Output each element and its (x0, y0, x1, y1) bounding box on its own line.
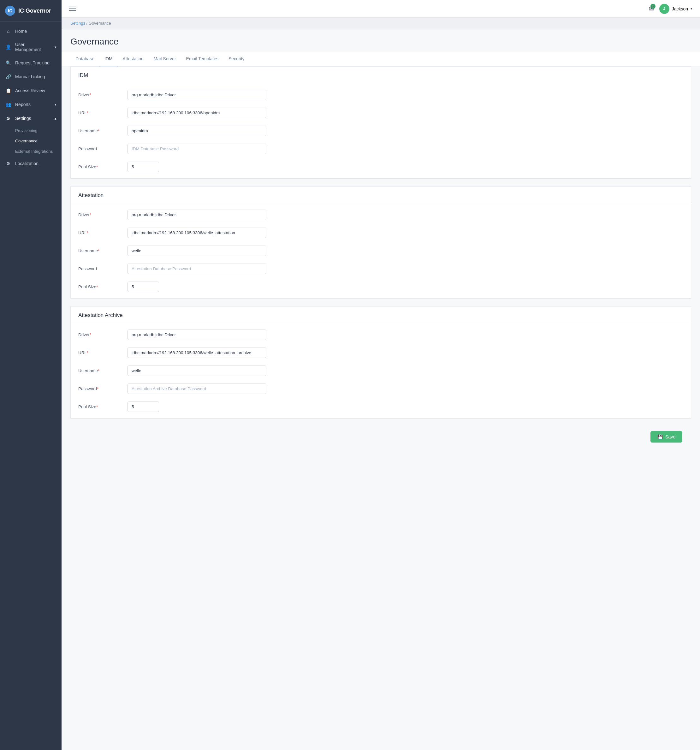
att-password-row: Password (71, 260, 691, 278)
avatar: J (659, 4, 669, 14)
breadcrumb-parent[interactable]: Settings (71, 21, 85, 26)
idm-username-label: Username* (78, 129, 123, 133)
sidebar-item-home[interactable]: ⌂ Home (0, 24, 61, 38)
idm-url-row: URL* (71, 104, 691, 122)
notification-badge: 1 (651, 4, 655, 9)
arch-url-input[interactable] (127, 347, 266, 358)
idm-poolsize-input[interactable] (127, 161, 159, 172)
sidebar-item-label: Settings (15, 116, 31, 121)
sidebar-item-settings[interactable]: ⚙ Settings ▴ (0, 111, 61, 125)
sidebar-item-request-tracking[interactable]: 🔍 Request Tracking (0, 56, 61, 70)
main-area: ✉ 1 J Jackson ▾ Settings / Governance Go… (61, 0, 700, 750)
idm-driver-label: Driver* (78, 92, 123, 97)
att-url-label: URL* (78, 231, 123, 235)
att-poolsize-row: Pool Size* (71, 278, 691, 296)
attestation-section-title: Attestation (71, 186, 691, 203)
attestation-archive-section: Attestation Archive Driver* URL* (71, 306, 691, 418)
settings-submenu: Provisioning Governance External Integra… (0, 125, 61, 157)
sidebar-item-provisioning[interactable]: Provisioning (15, 125, 61, 136)
idm-username-input[interactable] (127, 126, 266, 136)
app-logo: IC IC Governor (0, 0, 61, 22)
att-url-row: URL* (71, 224, 691, 242)
link-icon: 🔗 (5, 74, 11, 80)
globe-icon: ⚙ (5, 160, 11, 167)
sidebar-item-label: Manual Linking (15, 74, 45, 79)
sidebar-item-user-management[interactable]: 👤 User Management ▾ (0, 38, 61, 56)
search-icon: 🔍 (5, 60, 11, 66)
attestation-archive-form-body: Driver* URL* Username* (71, 323, 691, 418)
sidebar-item-access-review[interactable]: 📋 Access Review (0, 84, 61, 98)
save-button[interactable]: 💾 Save (651, 431, 682, 443)
arch-password-row: Password* (71, 380, 691, 398)
page-title: Governance (71, 37, 691, 47)
sidebar: IC IC Governor ⌂ Home 👤 User Management … (0, 0, 61, 750)
tabs-bar: Database IDM Attestation Mail Server Ema… (61, 52, 700, 66)
att-driver-input[interactable] (127, 210, 266, 220)
arch-poolsize-row: Pool Size* (71, 398, 691, 416)
tab-security[interactable]: Security (223, 52, 250, 66)
content-area: Settings / Governance Governance Databas… (61, 18, 700, 750)
idm-url-input[interactable] (127, 108, 266, 118)
arch-password-input[interactable] (127, 384, 266, 394)
tab-idm[interactable]: IDM (100, 52, 118, 66)
tab-mail-server[interactable]: Mail Server (149, 52, 181, 66)
sidebar-item-governance[interactable]: Governance (15, 136, 61, 146)
hamburger-menu[interactable] (69, 7, 76, 11)
required-marker: * (90, 332, 91, 337)
arch-driver-input[interactable] (127, 330, 266, 340)
sidebar-item-external-integrations[interactable]: External Integrations (15, 146, 61, 157)
sidebar-item-reports[interactable]: 👥 Reports ▾ (0, 98, 61, 111)
idm-driver-input[interactable] (127, 90, 266, 100)
chevron-down-icon: ▾ (55, 45, 57, 49)
chart-icon: 👥 (5, 101, 11, 108)
attestation-form-body: Driver* URL* Username* (71, 203, 691, 298)
arch-username-input[interactable] (127, 366, 266, 376)
logo-icon: IC (5, 6, 15, 16)
arch-username-label: Username* (78, 368, 123, 373)
required-marker: * (87, 231, 88, 235)
topbar-left (69, 7, 76, 11)
required-marker: * (97, 386, 98, 391)
idm-password-input[interactable] (127, 144, 266, 154)
save-bar: 💾 Save (71, 426, 691, 447)
sidebar-item-label: Localization (15, 161, 38, 166)
idm-section: IDM Driver* URL* (71, 66, 691, 179)
sidebar-item-label: Access Review (15, 88, 45, 93)
attestation-section: Attestation Driver* URL* (71, 186, 691, 299)
sidebar-item-manual-linking[interactable]: 🔗 Manual Linking (0, 70, 61, 84)
chevron-down-icon: ▾ (691, 7, 692, 11)
required-marker: * (96, 164, 98, 169)
tab-email-templates[interactable]: Email Templates (181, 52, 223, 66)
tab-database[interactable]: Database (71, 52, 100, 66)
att-username-input[interactable] (127, 246, 266, 256)
page-header: Governance (61, 29, 700, 52)
notification-button[interactable]: ✉ 1 (649, 5, 654, 12)
save-label: Save (665, 434, 675, 440)
att-password-input[interactable] (127, 264, 266, 274)
sidebar-item-localization[interactable]: ⚙ Localization (0, 157, 61, 171)
idm-poolsize-row: Pool Size* (71, 158, 691, 176)
sidebar-item-label: Home (15, 29, 27, 34)
arch-url-row: URL* (71, 344, 691, 362)
arch-poolsize-input[interactable] (127, 401, 159, 412)
att-poolsize-label: Pool Size* (78, 284, 123, 289)
required-marker: * (87, 350, 88, 355)
chevron-up-icon: ▴ (55, 117, 57, 121)
user-menu[interactable]: J Jackson ▾ (659, 4, 692, 14)
required-marker: * (90, 92, 91, 97)
required-marker: * (96, 284, 98, 289)
att-password-label: Password (78, 266, 123, 271)
arch-password-label: Password* (78, 386, 123, 391)
att-url-input[interactable] (127, 227, 266, 238)
breadcrumb-current: Governance (89, 21, 111, 26)
sidebar-item-label: User Management (15, 42, 51, 52)
idm-url-label: URL* (78, 111, 123, 115)
arch-username-row: Username* (71, 362, 691, 380)
tab-attestation[interactable]: Attestation (118, 52, 149, 66)
att-username-row: Username* (71, 242, 691, 260)
topbar-right: ✉ 1 J Jackson ▾ (649, 4, 692, 14)
attestation-archive-section-title: Attestation Archive (71, 306, 691, 323)
att-poolsize-input[interactable] (127, 281, 159, 292)
topbar: ✉ 1 J Jackson ▾ (61, 0, 700, 18)
required-marker: * (90, 212, 91, 217)
